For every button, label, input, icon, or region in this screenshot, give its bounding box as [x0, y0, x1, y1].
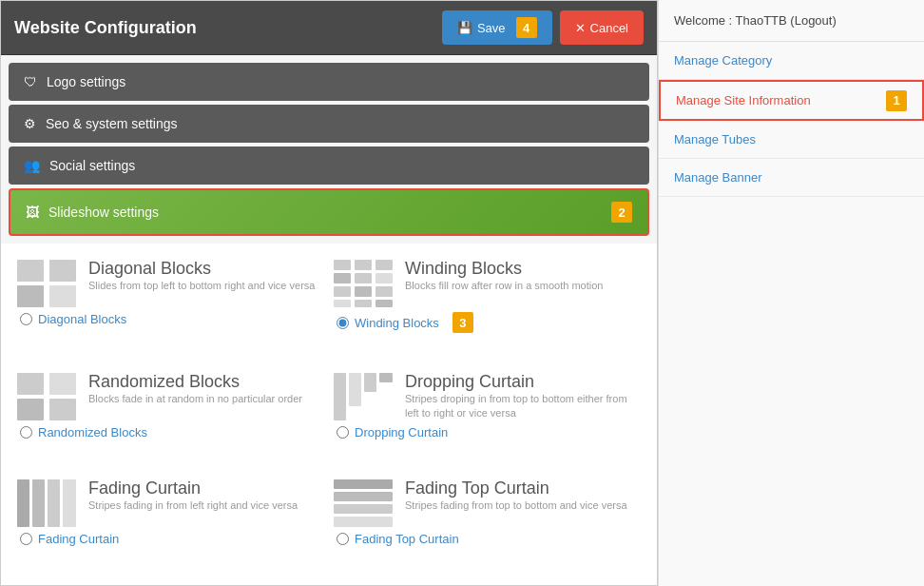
fading-title: Fading Curtain: [88, 479, 298, 498]
header-buttons: 💾 Save 4 ✕ Cancel: [442, 10, 644, 45]
nav-label-logo: Logo settings: [47, 74, 125, 89]
svg-rect-5: [355, 260, 372, 270]
badge-4: 4: [516, 17, 537, 38]
effect-fading: Fading Curtain Stripes fading in from le…: [16, 479, 325, 570]
effect-randomized: Randomized Blocks Blocks fade in at rand…: [16, 372, 325, 463]
right-panel: Welcome : ThaoTTB (Logout) Manage Catego…: [658, 0, 924, 586]
sidebar-welcome: Welcome : ThaoTTB (Logout): [659, 0, 924, 42]
svg-rect-1: [49, 260, 76, 282]
effect-winding: Winding Blocks Blocks fill row after row…: [333, 259, 642, 357]
winding-radio[interactable]: [337, 317, 349, 329]
fading-radio[interactable]: [20, 533, 32, 545]
tubes-label: Manage Tubes: [674, 132, 756, 146]
svg-rect-4: [334, 260, 351, 270]
users-icon: 👥: [24, 158, 40, 173]
left-panel: Website Configuration 💾 Save 4 ✕ Cancel …: [0, 0, 658, 586]
svg-rect-25: [32, 479, 45, 527]
badge-2: 2: [611, 202, 632, 223]
randomized-icon: [16, 372, 77, 421]
image-icon: 🖼: [26, 205, 39, 220]
fading-top-radio[interactable]: [337, 533, 349, 545]
diagonal-radio-label: Diagonal Blocks: [38, 312, 126, 326]
nav-item-social[interactable]: 👥 Social settings: [9, 146, 649, 185]
diagonal-desc: Slides from top left to bottom right and…: [88, 279, 315, 293]
randomized-radio[interactable]: [20, 426, 32, 439]
effects-area: Diagonal Blocks Slides from top left to …: [1, 244, 657, 585]
save-button[interactable]: 💾 Save 4: [442, 10, 552, 45]
svg-rect-20: [334, 373, 346, 420]
randomized-title: Randomized Blocks: [88, 372, 302, 392]
svg-rect-30: [334, 504, 393, 514]
dropping-desc: Stripes droping in from top to bottom ei…: [405, 392, 642, 421]
svg-rect-19: [49, 399, 76, 420]
svg-rect-11: [355, 286, 372, 297]
svg-rect-23: [379, 373, 393, 382]
nav-item-seo[interactable]: ⚙ Seo & system settings: [9, 105, 649, 143]
site-info-label: Manage Site Information: [676, 93, 811, 107]
fading-top-desc: Stripes fading from top to bottom and vi…: [405, 498, 627, 513]
header: Website Configuration 💾 Save 4 ✕ Cancel: [1, 1, 657, 55]
sidebar-item-tubes[interactable]: Manage Tubes: [659, 121, 924, 159]
svg-rect-21: [349, 373, 361, 406]
svg-rect-8: [355, 273, 372, 283]
svg-rect-15: [375, 300, 393, 307]
winding-title: Winding Blocks: [405, 259, 603, 279]
svg-rect-13: [334, 300, 351, 307]
sidebar-item-category[interactable]: Manage Category: [659, 42, 924, 80]
svg-rect-12: [375, 286, 393, 297]
badge-3: 3: [452, 312, 473, 333]
svg-rect-3: [49, 285, 76, 307]
cancel-label: Cancel: [590, 21, 628, 35]
svg-rect-31: [334, 517, 393, 527]
effect-fading-top: Fading Top Curtain Stripes fading from t…: [333, 479, 642, 570]
sidebar-item-site-info[interactable]: Manage Site Information 1: [659, 80, 924, 121]
nav-section: 🛡 Logo settings ⚙ Seo & system settings …: [1, 55, 657, 244]
diagonal-icon: [16, 259, 77, 308]
winding-radio-label: Winding Blocks: [355, 316, 439, 330]
svg-rect-14: [355, 300, 372, 307]
randomized-desc: Blocks fade in at random in no particula…: [88, 392, 302, 406]
svg-rect-27: [63, 479, 76, 527]
badge-1: 1: [886, 90, 907, 111]
dropping-title: Dropping Curtain: [405, 372, 642, 392]
save-label: Save: [477, 21, 506, 35]
gear-icon: ⚙: [24, 116, 36, 131]
svg-rect-9: [375, 273, 393, 283]
svg-rect-0: [17, 260, 44, 282]
diagonal-radio[interactable]: [20, 313, 32, 325]
nav-label-slideshow: Slideshow settings: [48, 205, 159, 220]
svg-rect-10: [334, 286, 351, 297]
banner-label: Manage Banner: [674, 170, 762, 185]
effect-dropping: Dropping Curtain Stripes droping in from…: [333, 372, 642, 463]
fading-top-title: Fading Top Curtain: [405, 479, 627, 498]
nav-item-slideshow[interactable]: 🖼 Slideshow settings 2: [9, 188, 649, 236]
fading-top-icon: [333, 479, 394, 528]
nav-label-seo: Seo & system settings: [46, 116, 178, 131]
cancel-button[interactable]: ✕ Cancel: [560, 10, 644, 45]
fading-top-radio-label: Fading Top Curtain: [355, 532, 459, 546]
dropping-icon: [333, 372, 394, 421]
nav-item-logo[interactable]: 🛡 Logo settings: [9, 63, 649, 101]
randomized-radio-label: Randomized Blocks: [38, 425, 147, 440]
svg-rect-24: [17, 479, 29, 527]
cancel-icon: ✕: [575, 21, 586, 35]
svg-rect-6: [375, 260, 393, 270]
fading-radio-label: Fading Curtain: [38, 532, 119, 546]
svg-rect-28: [334, 479, 393, 489]
svg-rect-16: [17, 373, 44, 395]
svg-rect-2: [17, 285, 44, 307]
svg-rect-7: [334, 273, 351, 283]
shield-icon: 🛡: [24, 74, 37, 89]
winding-desc: Blocks fill row after row in a smooth mo…: [405, 279, 603, 293]
sidebar-item-banner[interactable]: Manage Banner: [659, 159, 924, 197]
svg-rect-26: [48, 479, 60, 527]
page-title: Website Configuration: [14, 18, 197, 38]
category-label: Manage Category: [674, 53, 772, 68]
dropping-radio[interactable]: [337, 426, 349, 439]
svg-rect-18: [17, 399, 44, 420]
svg-rect-29: [334, 492, 393, 501]
effect-diagonal: Diagonal Blocks Slides from top left to …: [16, 259, 325, 357]
svg-rect-22: [364, 373, 376, 392]
save-icon: 💾: [457, 21, 472, 35]
fading-desc: Stripes fading in from left right and vi…: [88, 498, 298, 513]
